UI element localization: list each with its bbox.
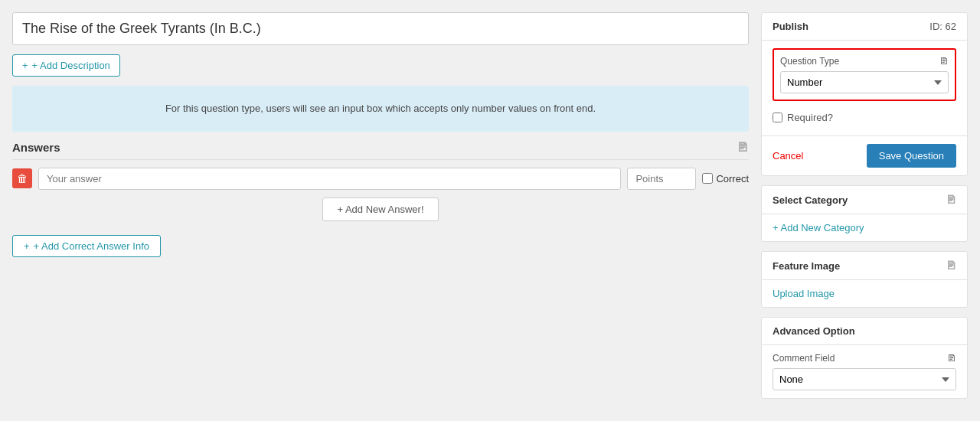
feature-image-panel: Feature Image 🖹 Upload Image bbox=[761, 251, 968, 308]
add-description-button[interactable]: + + Add Description bbox=[12, 54, 120, 77]
advanced-title: Advanced Option bbox=[773, 325, 855, 337]
advanced-body: Comment Field 🖹 None Optional Required bbox=[762, 345, 967, 398]
answer-text-input[interactable] bbox=[38, 168, 621, 190]
category-doc-icon: 🖹 bbox=[946, 194, 956, 206]
answer-row: 🗑 Correct bbox=[12, 168, 749, 190]
answers-doc-icon: 🖹 bbox=[737, 141, 749, 155]
publish-body: Question Type 🖹 Number Text Multiple Cho… bbox=[762, 41, 967, 135]
select-category-panel: Select Category 🖹 + Add New Category bbox=[761, 185, 968, 242]
question-type-label-row: Question Type 🖹 bbox=[780, 56, 949, 67]
answers-header: Answers 🖹 bbox=[12, 141, 749, 160]
add-new-answer-label: + Add New Answer! bbox=[337, 204, 423, 215]
answers-heading: Answers bbox=[12, 141, 60, 154]
save-question-button[interactable]: Save Question bbox=[867, 144, 956, 168]
correct-checkbox[interactable] bbox=[702, 173, 713, 184]
advanced-header: Advanced Option bbox=[762, 318, 967, 345]
publish-title: Publish bbox=[773, 21, 808, 32]
question-type-box: Question Type 🖹 Number Text Multiple Cho… bbox=[773, 48, 956, 101]
required-row: Required? bbox=[773, 107, 956, 128]
question-type-select[interactable]: Number Text Multiple Choice True/False bbox=[780, 71, 949, 93]
feature-image-body: Upload Image bbox=[762, 280, 967, 307]
category-body: + Add New Category bbox=[762, 214, 967, 241]
required-checkbox[interactable] bbox=[773, 113, 782, 122]
category-header: Select Category 🖹 bbox=[762, 186, 967, 214]
question-type-label: Question Type bbox=[780, 56, 839, 67]
info-text: For this question type, users will see a… bbox=[165, 103, 596, 114]
comment-field-select[interactable]: None Optional Required bbox=[773, 368, 956, 390]
required-label: Required? bbox=[787, 112, 833, 123]
publish-id: ID: 62 bbox=[929, 21, 956, 32]
add-new-category-link[interactable]: + Add New Category bbox=[773, 222, 864, 233]
points-input[interactable] bbox=[627, 168, 696, 190]
answers-section: Answers 🖹 🗑 Correct + Add New Answer! bbox=[12, 141, 749, 257]
delete-answer-button[interactable]: 🗑 bbox=[12, 168, 32, 188]
add-category-label: + Add New Category bbox=[773, 222, 864, 233]
add-correct-label: + Add Correct Answer Info bbox=[34, 240, 149, 252]
feature-image-title: Feature Image bbox=[773, 260, 840, 272]
cancel-label: Cancel bbox=[773, 150, 803, 162]
comment-field-label-row: Comment Field 🖹 bbox=[773, 353, 956, 364]
publish-actions: Cancel Save Question bbox=[762, 135, 967, 175]
save-label: Save Question bbox=[879, 150, 944, 162]
publish-panel: Publish ID: 62 Question Type 🖹 Number Te… bbox=[761, 12, 968, 176]
upload-label: Upload Image bbox=[773, 288, 835, 299]
add-correct-answer-button[interactable]: + + Add Correct Answer Info bbox=[12, 235, 161, 257]
correct-label: Correct bbox=[702, 173, 749, 184]
add-new-answer-button[interactable]: + Add New Answer! bbox=[322, 197, 438, 221]
upload-image-link[interactable]: Upload Image bbox=[773, 288, 835, 299]
add-correct-plus-icon: + bbox=[24, 240, 30, 252]
main-column: + + Add Description For this question ty… bbox=[12, 12, 749, 409]
comment-doc-icon: 🖹 bbox=[947, 353, 956, 364]
publish-header: Publish ID: 62 bbox=[762, 13, 967, 41]
feature-image-doc-icon: 🖹 bbox=[946, 259, 956, 272]
cancel-link[interactable]: Cancel bbox=[773, 150, 803, 162]
trash-icon: 🗑 bbox=[17, 172, 28, 184]
correct-text: Correct bbox=[716, 173, 749, 184]
feature-image-header: Feature Image 🖹 bbox=[762, 252, 967, 280]
question-title-input[interactable] bbox=[12, 12, 749, 45]
info-box: For this question type, users will see a… bbox=[12, 86, 749, 132]
comment-field-label: Comment Field bbox=[773, 353, 835, 364]
advanced-option-panel: Advanced Option Comment Field 🖹 None Opt… bbox=[761, 317, 968, 399]
category-title: Select Category bbox=[773, 194, 848, 206]
plus-icon: + bbox=[22, 60, 28, 71]
add-description-label: + Add Description bbox=[32, 60, 110, 71]
question-type-doc-icon: 🖹 bbox=[939, 56, 949, 67]
sidebar-column: Publish ID: 62 Question Type 🖹 Number Te… bbox=[761, 12, 968, 409]
